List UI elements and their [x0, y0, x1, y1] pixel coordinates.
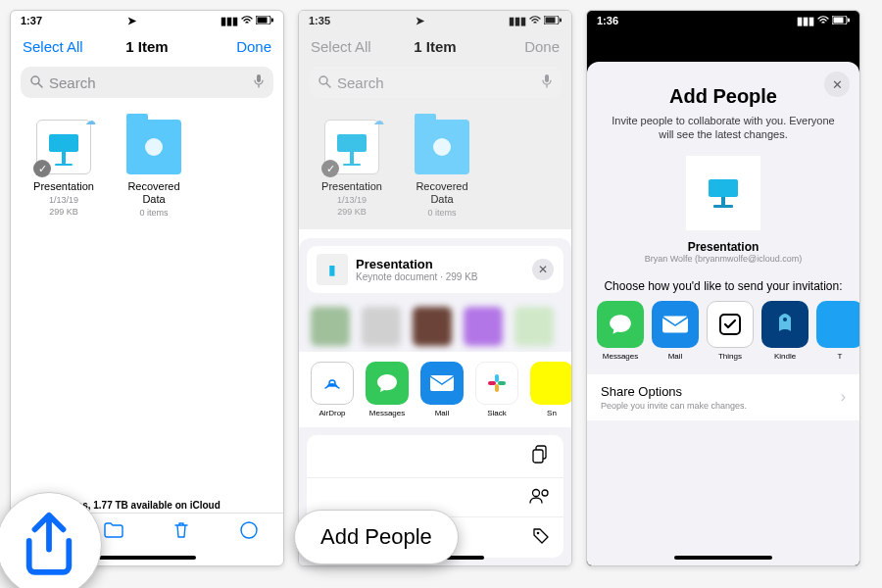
invitation-app-row: Messages Mail Things Kindle T — [587, 301, 859, 370]
messages-button[interactable]: Messages — [597, 301, 644, 361]
svg-rect-5 — [257, 74, 261, 82]
svg-rect-26 — [848, 19, 850, 23]
close-share-button[interactable]: ✕ — [532, 259, 554, 280]
mic-icon[interactable] — [254, 74, 264, 91]
selected-check-icon: ✓ — [321, 160, 339, 177]
wifi-icon — [817, 15, 829, 26]
svg-point-21 — [533, 490, 540, 497]
contact-avatar[interactable] — [362, 307, 401, 346]
file-size: 299 KB — [317, 207, 387, 217]
contact-avatar[interactable] — [413, 307, 452, 346]
app-label: T — [816, 352, 860, 361]
svg-line-11 — [326, 83, 330, 87]
folder-button[interactable] — [104, 522, 123, 543]
svg-point-22 — [542, 490, 548, 496]
status-bar: 1:35 ➤ ▮▮▮ — [299, 11, 571, 30]
svg-point-32 — [783, 318, 787, 321]
folder-meta: 0 items — [407, 208, 477, 218]
battery-icon — [544, 15, 562, 26]
nav-arrow-icon: ➤ — [127, 15, 136, 27]
app-partial[interactable]: T — [816, 301, 860, 361]
mail-button[interactable]: Mail — [420, 362, 464, 417]
card-title: Add People — [587, 85, 859, 108]
things-button[interactable]: Things — [707, 301, 754, 361]
contact-avatar[interactable] — [311, 307, 350, 346]
folder-meta: 0 items — [119, 208, 189, 218]
keynote-thumbnail-icon: ✓☁ — [36, 120, 91, 174]
keynote-thumbnail-icon: ✓☁ — [324, 120, 379, 174]
share-doc-title: Presentation — [356, 257, 478, 271]
add-people-panel: 1:36 ▮▮▮ ✕ Add People Invite people to c… — [586, 10, 860, 566]
contact-avatar[interactable] — [464, 307, 503, 346]
folder-recovered-data[interactable]: Recovered Data 0 items — [119, 120, 189, 218]
cloud-download-icon: ☁ — [373, 115, 384, 127]
nav-bar: Select All 1 Item Done — [11, 30, 283, 63]
trash-button[interactable] — [174, 521, 188, 544]
svg-point-23 — [537, 532, 540, 535]
status-right: ▮▮▮ — [509, 15, 562, 27]
svg-rect-27 — [709, 179, 738, 197]
svg-rect-30 — [662, 316, 688, 332]
mail-icon — [652, 301, 699, 348]
more-button[interactable] — [240, 521, 258, 544]
search-icon — [30, 74, 43, 91]
things-icon — [707, 301, 754, 348]
svg-rect-12 — [545, 74, 549, 82]
search-placeholder: Search — [337, 74, 384, 91]
home-indicator[interactable] — [98, 556, 196, 560]
file-size: 299 KB — [28, 207, 99, 217]
done-button: Done — [476, 38, 560, 55]
mail-icon — [420, 362, 464, 405]
nav-title: 1 Item — [394, 38, 477, 55]
notch — [664, 11, 782, 28]
copy-action[interactable] — [307, 435, 564, 478]
close-button[interactable]: ✕ — [824, 72, 850, 97]
app-label: Messages — [366, 409, 409, 417]
app-icon — [816, 301, 860, 348]
invitation-prompt: Choose how you'd like to send your invit… — [597, 279, 850, 293]
svg-rect-20 — [533, 450, 543, 463]
svg-line-4 — [38, 83, 42, 87]
select-all-button[interactable]: Select All — [23, 38, 106, 55]
kindle-button[interactable]: Kindle — [761, 301, 808, 361]
file-grid: ✓☁ Presentation 1/13/19 299 KB Recovered… — [11, 108, 283, 229]
file-name: Presentation — [28, 180, 99, 193]
svg-rect-15 — [495, 374, 499, 382]
battery-icon — [256, 15, 273, 26]
app-label: AirDrop — [311, 409, 354, 417]
status-time: 1:36 — [597, 15, 618, 26]
done-button[interactable]: Done — [188, 38, 271, 55]
battery-icon — [832, 15, 850, 26]
wifi-icon — [241, 15, 253, 26]
search-field: Search — [309, 67, 562, 98]
svg-rect-14 — [430, 375, 454, 391]
app-label: Mail — [652, 352, 699, 361]
home-indicator[interactable] — [674, 556, 772, 560]
share-options-button[interactable]: Share Options People you invite can make… — [587, 374, 859, 420]
status-bar: 1:37 ➤ ▮▮▮ — [11, 11, 283, 30]
status-right: ▮▮▮ — [220, 15, 273, 27]
file-grid: ✓☁ Presentation 1/13/19 299 KB Recovered… — [299, 108, 571, 229]
messages-button[interactable]: Messages — [366, 362, 409, 417]
svg-rect-18 — [488, 381, 496, 385]
search-placeholder: Search — [49, 74, 96, 91]
airdrop-icon — [311, 362, 354, 405]
search-field[interactable]: Search — [21, 67, 273, 98]
slack-button[interactable]: Slack — [475, 362, 518, 417]
status-time: 1:35 — [309, 15, 330, 26]
slack-icon — [475, 362, 518, 405]
app-label: Kindle — [761, 352, 808, 361]
select-all-button: Select All — [311, 38, 394, 55]
app-label: Slack — [475, 409, 518, 417]
contact-avatar[interactable] — [514, 307, 554, 346]
app-partial[interactable]: Sn — [530, 362, 572, 417]
add-people-card: ✕ Add People Invite people to collaborat… — [587, 62, 859, 565]
mail-button[interactable]: Mail — [652, 301, 699, 361]
file-presentation[interactable]: ✓☁ Presentation 1/13/19 299 KB — [28, 120, 99, 218]
airdrop-button[interactable]: AirDrop — [311, 362, 354, 417]
nav-arrow-icon: ➤ — [416, 15, 424, 27]
svg-rect-28 — [721, 197, 725, 205]
share-sheet-panel: 1:35 ➤ ▮▮▮ Select All 1 Item Done Search… — [298, 10, 572, 566]
files-select-panel: 1:37 ➤ ▮▮▮ Select All 1 Item Done Search… — [10, 10, 284, 566]
search-icon — [318, 74, 331, 91]
